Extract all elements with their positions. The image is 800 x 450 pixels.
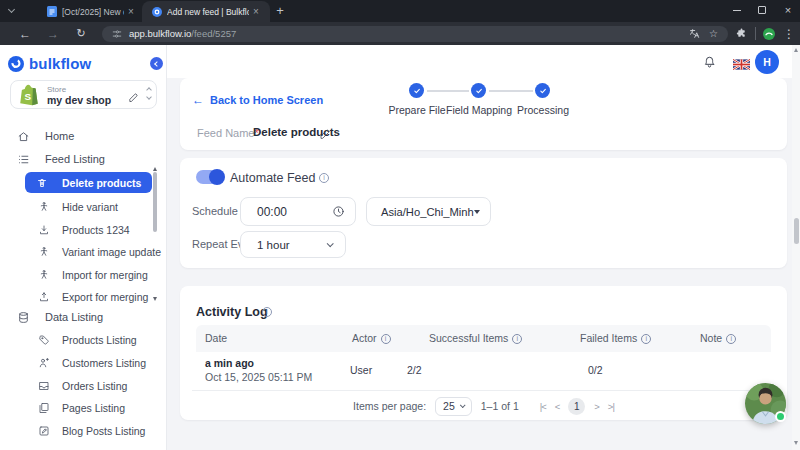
url-host: app.bulkflow.io	[129, 28, 191, 39]
person-add-icon	[38, 357, 50, 369]
step-1-label: Prepare File	[388, 104, 445, 116]
upload-icon	[38, 291, 50, 303]
notifications-bell-icon[interactable]	[702, 54, 717, 73]
note-info-icon[interactable]	[726, 334, 736, 344]
new-tab-button[interactable]: +	[272, 0, 288, 20]
repeat-every-select[interactable]: 1 hour	[240, 231, 346, 258]
page-scrollbar[interactable]	[792, 45, 800, 450]
store-selector[interactable]: S Store my dev shop	[10, 80, 157, 109]
sidebar-item-home[interactable]: Home	[0, 125, 167, 147]
docs-favicon-icon	[47, 6, 57, 17]
window-close-button[interactable]: ×	[777, 0, 799, 20]
browser-reload-icon[interactable]: ↻	[72, 22, 90, 45]
automate-info-icon[interactable]	[319, 173, 329, 183]
sidebar-item-products-listing[interactable]: Products Listing	[0, 329, 167, 351]
step-connector	[427, 90, 469, 92]
browser-chrome: [Oct/2025] New content - Ha M × Add new …	[0, 0, 800, 45]
sublist-scroll-down-icon[interactable]	[153, 297, 157, 301]
tab-strip: [Oct/2025] New content - Ha M × Add new …	[0, 0, 800, 22]
table-divider	[192, 390, 773, 391]
download-icon	[38, 224, 50, 236]
feed-name-edit-pencil-icon[interactable]	[319, 126, 331, 144]
failed-items-info-icon[interactable]	[641, 334, 651, 344]
sidebar-item-delete-products[interactable]: Delete products	[25, 172, 152, 193]
browser-forward-icon[interactable]: →	[44, 22, 62, 45]
database-icon	[17, 311, 30, 324]
variant-split-icon	[38, 246, 50, 258]
sidebar-item-orders-listing[interactable]: Orders Listing	[0, 375, 167, 397]
pagination: Items per page: 25 1–1 of 1 |< < 1 > >|	[180, 392, 787, 420]
automate-feed-label: Automate Feed	[230, 171, 315, 185]
sidebar-item-variant-image-update[interactable]: Variant image update	[0, 241, 167, 263]
url-bar[interactable]: app.bulkflow.io/feed/5257 ☆	[102, 26, 728, 42]
tab-close-icon[interactable]: ×	[253, 6, 259, 17]
window-minimize-button[interactable]	[726, 0, 748, 20]
browser-back-icon[interactable]: ←	[16, 22, 34, 45]
first-page-icon[interactable]: |<	[540, 401, 546, 412]
row-successful: 2/2	[407, 364, 422, 376]
inbox-icon	[38, 380, 50, 392]
scrollbar-thumb[interactable]	[794, 218, 799, 244]
last-page-icon[interactable]: >|	[608, 401, 614, 412]
pagination-range: 1–1 of 1	[481, 400, 519, 412]
variant-split-icon	[38, 269, 50, 281]
sidebar-item-customers-listing[interactable]: Customers Listing	[0, 352, 167, 374]
sidebar-collapse-button[interactable]	[150, 57, 163, 70]
tab-close-icon[interactable]: ×	[128, 6, 134, 17]
tab-search-icon[interactable]	[6, 4, 16, 14]
extensions-puzzle-icon[interactable]	[732, 22, 750, 45]
step-3-label: Processing	[517, 104, 569, 116]
step-connector	[489, 90, 533, 92]
window-maximize-button[interactable]	[751, 0, 773, 20]
browser-tab-1[interactable]: [Oct/2025] New content - Ha M ×	[40, 2, 140, 21]
browser-menu-kebab-icon[interactable]: ⋮	[780, 22, 798, 45]
sidebar-item-hide-variant[interactable]: Hide variant	[0, 196, 167, 218]
row-date-relative: a min ago	[205, 357, 254, 369]
sidebar-item-blog-posts-listing[interactable]: Blog Posts Listing	[0, 420, 167, 442]
site-settings-icon[interactable]	[112, 29, 122, 39]
activity-log-info-icon[interactable]	[262, 307, 272, 317]
pages-icon	[38, 402, 50, 414]
feed-name-label: Feed Name*	[197, 127, 259, 139]
schedule-time-input[interactable]: 00:00	[240, 197, 356, 226]
user-avatar[interactable]: H	[755, 50, 779, 74]
scroll-down-icon[interactable]	[794, 441, 798, 445]
store-edit-pencil-icon[interactable]	[128, 89, 139, 107]
back-to-home-link[interactable]: ← Back to Home Screen	[192, 93, 323, 107]
sidebar-item-pages-listing[interactable]: Pages Listing	[0, 397, 167, 419]
bulkflow-favicon-icon	[152, 7, 162, 17]
automate-feed-toggle[interactable]	[196, 170, 224, 184]
sidebar-item-data-listing[interactable]: Data Listing	[0, 306, 167, 328]
green-extension-icon[interactable]	[760, 22, 778, 45]
bookmark-star-icon[interactable]: ☆	[709, 28, 718, 39]
next-page-icon[interactable]: >	[594, 401, 599, 412]
sublist-scroll-up-icon[interactable]	[153, 167, 157, 171]
chat-online-status-dot	[775, 411, 786, 422]
store-expand-chevrons-icon[interactable]	[147, 88, 151, 99]
column-header-note: Note	[700, 332, 736, 344]
column-header-actor: Actor	[352, 332, 391, 344]
sidebar-item-products-1234[interactable]: Products 1234	[0, 219, 167, 241]
browser-tab-2-active[interactable]: Add new feed | Bulkflow ×	[142, 1, 270, 22]
items-per-page-select[interactable]: 25	[435, 397, 472, 416]
edit-note-icon	[38, 425, 50, 437]
current-page-button[interactable]: 1	[568, 398, 585, 415]
prev-page-icon[interactable]: <	[555, 401, 560, 412]
sidebar-item-feed-listing[interactable]: Feed Listing	[0, 148, 167, 170]
step-2-check-icon	[471, 83, 486, 98]
translate-icon[interactable]	[689, 28, 700, 39]
scroll-up-icon[interactable]	[794, 48, 798, 52]
sublist-scrollbar-thumb[interactable]	[153, 172, 157, 232]
actor-info-icon[interactable]	[381, 334, 391, 344]
bulkflow-logo-icon	[8, 56, 24, 72]
repeat-chevron-icon	[327, 240, 334, 247]
shopify-icon: S	[18, 84, 39, 111]
logo-text: bulkflow	[29, 55, 91, 72]
sidebar-item-export-for-merging[interactable]: Export for merging	[0, 286, 167, 308]
sidebar-item-import-for-merging[interactable]: Import for merging	[0, 264, 167, 286]
language-flag-icon[interactable]	[733, 56, 750, 74]
successful-items-info-icon[interactable]	[512, 334, 522, 344]
activity-log-table-header: Date Actor Successful Items Failed Items…	[196, 325, 771, 352]
store-name: my dev shop	[47, 94, 111, 106]
timezone-select[interactable]: Asia/Ho_Chi_Minh	[366, 197, 491, 226]
